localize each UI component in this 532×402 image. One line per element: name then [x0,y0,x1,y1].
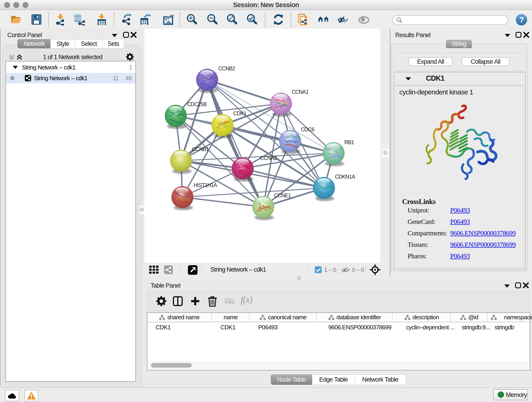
svg-text:HIST1H1A: HIST1H1A [194,182,217,188]
svg-text:CCNA1: CCNA1 [292,89,308,95]
svg-text:CCNB2: CCNB2 [218,65,235,71]
svg-text:CCNB1: CCNB1 [192,146,209,152]
svg-text:CDC6: CDC6 [301,127,314,133]
svg-text:RB1: RB1 [344,139,354,145]
svg-text:CCNA2: CCNA2 [260,155,277,161]
svg-text:?: ? [519,15,524,24]
svg-text:CDK1: CDK1 [233,110,247,116]
svg-text:CDKN1A: CDKN1A [335,174,355,180]
svg-text:CDC25B: CDC25B [187,101,207,107]
svg-text:CCNE1: CCNE1 [274,192,291,198]
